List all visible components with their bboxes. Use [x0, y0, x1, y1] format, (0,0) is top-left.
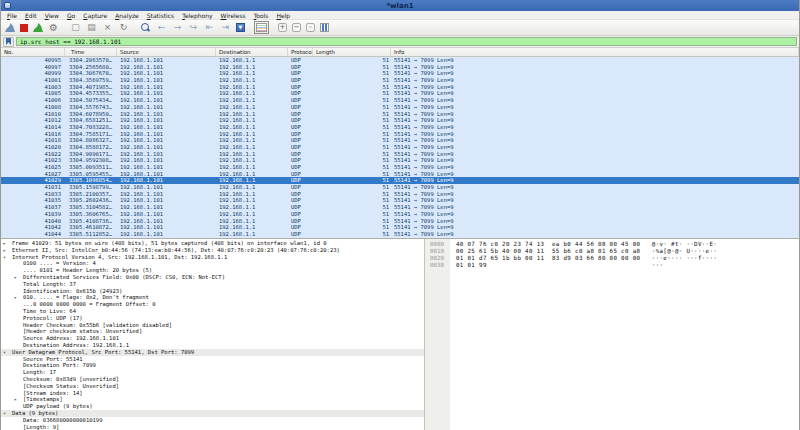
last-packet-icon[interactable]: ⇥ — [220, 22, 231, 33]
expander-closed-icon[interactable]: ▸ — [14, 396, 17, 403]
packet-row[interactable]: 410273305.0595455…192.168.1.101192.168.1… — [1, 171, 799, 178]
column-header-source[interactable]: Source — [117, 48, 216, 56]
menu-analyze[interactable]: Analyze — [111, 12, 143, 19]
expander-open-icon[interactable]: ▾ — [3, 349, 6, 356]
packet-row-selected[interactable]: 410293305.1096854…192.168.1.101192.168.1… — [1, 177, 799, 184]
column-header-no[interactable]: No. — [1, 48, 65, 56]
detail-line[interactable]: Header Checksum: 0x55b6 [validation disa… — [1, 322, 424, 329]
expander-closed-icon[interactable]: ▸ — [3, 240, 6, 247]
filter-bookmark-button[interactable] — [3, 37, 14, 47]
detail-line[interactable]: Total Length: 37 — [1, 281, 424, 288]
packet-row[interactable]: 410373305.3104582…192.168.1.101192.168.1… — [1, 204, 799, 211]
hex-line[interactable]: 01 01 d7 65 1b bb 00 11 83 d9 03 66 80 0… — [456, 255, 799, 262]
detail-line[interactable]: Checksum: 0x83d9 [unverified] — [1, 376, 424, 383]
expander-open-icon[interactable]: ▾ — [3, 254, 6, 261]
packet-row[interactable]: 410063304.5075434…192.168.1.101192.168.1… — [1, 97, 799, 104]
close-file-icon[interactable]: × — [102, 22, 113, 33]
packet-row[interactable]: 410353305.2602436…192.168.1.101192.168.1… — [1, 197, 799, 204]
menu-capture[interactable]: Capture — [79, 12, 111, 19]
packet-row[interactable]: 410083304.5576743…192.168.1.101192.168.1… — [1, 104, 799, 111]
packet-row[interactable]: 410033304.4071985…192.168.1.101192.168.1… — [1, 84, 799, 91]
detail-line[interactable]: [Length: 9] — [1, 424, 424, 430]
detail-line[interactable]: Time to Live: 64 — [1, 308, 424, 315]
restart-capture-icon[interactable] — [33, 23, 43, 32]
stop-capture-icon[interactable] — [20, 24, 28, 32]
packet-row[interactable]: 410443305.5112852…192.168.1.101192.168.1… — [1, 231, 799, 238]
reload-icon[interactable]: ↻ — [118, 22, 129, 33]
detail-line[interactable]: .... 0101 = Header Length: 20 bytes (5) — [1, 267, 424, 274]
packet-row[interactable]: 410123304.6581251…192.168.1.101192.168.1… — [1, 117, 799, 124]
packet-row[interactable]: 410053304.4573355…192.168.1.101192.168.1… — [1, 90, 799, 97]
expander-closed-icon[interactable]: ▸ — [14, 294, 17, 301]
zoom-out-icon[interactable]: − — [292, 23, 301, 32]
detail-line[interactable]: Length: 17 — [1, 369, 424, 376]
auto-scroll-icon[interactable]: ▼ — [236, 23, 245, 32]
packet-row[interactable]: 410253305.0093511…192.168.1.101192.168.1… — [1, 164, 799, 171]
column-header-destination[interactable]: Destination — [216, 48, 288, 56]
menu-tools[interactable]: Tools — [250, 12, 273, 19]
column-header-protocol[interactable]: Protocol — [288, 48, 313, 56]
hex-line[interactable]: 40 07 76 c0 20 23 74 13 ea b0 44 56 08 0… — [456, 241, 799, 248]
menu-go[interactable]: Go — [63, 12, 79, 19]
packet-row[interactable]: 410403305.4108736…192.168.1.101192.168.1… — [1, 218, 799, 225]
packet-row[interactable]: 410423305.4610872…192.168.1.101192.168.1… — [1, 224, 799, 231]
packet-row[interactable]: 410223304.9090171…192.168.1.101192.168.1… — [1, 151, 799, 158]
column-header-info[interactable]: Info — [391, 48, 799, 56]
hex-line[interactable]: 01 01 99 ··· — [456, 262, 799, 269]
expander-closed-icon[interactable]: ▸ — [3, 247, 6, 254]
packet-row[interactable]: 410233304.9592308…192.168.1.101192.168.1… — [1, 157, 799, 164]
packet-row[interactable]: 410103304.6078950…192.168.1.101192.168.1… — [1, 111, 799, 118]
menu-view[interactable]: View — [41, 12, 63, 19]
save-file-icon[interactable]: ▤ — [86, 22, 97, 33]
detail-line[interactable]: Source Port: 55141 — [1, 356, 424, 363]
expander-closed-icon[interactable]: ▸ — [14, 274, 17, 281]
capture-options-icon[interactable]: ⚙ — [48, 22, 59, 33]
detail-line[interactable]: [Header checksum status: Unverified] — [1, 328, 424, 335]
detail-line[interactable]: ...0 0000 0000 0000 = Fragment Offset: 0 — [1, 301, 424, 308]
detail-line[interactable]: ▾User Datagram Protocol, Src Port: 55141… — [1, 349, 424, 356]
expander-open-icon[interactable]: ▾ — [3, 410, 6, 417]
detail-line[interactable]: 0100 .... = Version: 4 — [1, 260, 424, 267]
menu-help[interactable]: Help — [272, 12, 294, 19]
zoom-original-icon[interactable]: ◦ — [306, 23, 315, 32]
open-file-icon[interactable]: ▢ — [70, 22, 81, 33]
menu-telephony[interactable]: Telephony — [178, 12, 216, 19]
menu-wireless[interactable]: Wireless — [217, 12, 250, 19]
packet-row[interactable]: 409973304.2565680…192.168.1.101192.168.1… — [1, 64, 799, 71]
find-packet-icon[interactable] — [140, 22, 151, 33]
packet-row[interactable]: 409953304.2063570…192.168.1.101192.168.1… — [1, 57, 799, 64]
detail-line[interactable]: Destination Address: 192.168.1.1 — [1, 342, 424, 349]
detail-line[interactable]: Protocol: UDP (17) — [1, 315, 424, 322]
detail-line[interactable]: ▾Internet Protocol Version 4, Src: 192.1… — [1, 254, 424, 261]
column-header-length[interactable]: Length — [313, 48, 391, 56]
detail-line[interactable]: [Stream index: 14] — [1, 390, 424, 397]
go-back-icon[interactable]: ← — [156, 22, 167, 33]
packet-row[interactable]: 410013304.3569759…192.168.1.101192.168.1… — [1, 77, 799, 84]
first-packet-icon[interactable]: ⇤ — [204, 22, 215, 33]
go-to-packet-icon[interactable]: ↪ — [188, 22, 199, 33]
detail-line[interactable]: ▸[Timestamps] — [1, 396, 424, 403]
detail-line[interactable]: ▸Frame 41029: 51 bytes on wire (408 bits… — [1, 240, 424, 247]
detail-line[interactable]: UDP payload (9 bytes) — [1, 403, 424, 410]
packet-row[interactable]: 410163304.7585171…192.168.1.101192.168.1… — [1, 131, 799, 138]
detail-line[interactable]: Destination Port: 7099 — [1, 362, 424, 369]
detail-line[interactable]: Data: 036680000000010199 — [1, 417, 424, 424]
menu-statistics[interactable]: Statistics — [143, 12, 178, 19]
packet-row[interactable]: 410393305.3606765…192.168.1.101192.168.1… — [1, 211, 799, 218]
colorize-packets-icon[interactable] — [256, 23, 267, 32]
detail-line[interactable]: [Checksum Status: Unverified] — [1, 383, 424, 390]
packet-row[interactable]: 410203304.8588172…192.168.1.101192.168.1… — [1, 144, 799, 151]
detail-line[interactable]: ▸Ethernet II, Src: IntelCor_b0:44:56 (74… — [1, 247, 424, 254]
go-forward-icon[interactable]: → — [172, 22, 183, 33]
resize-columns-icon[interactable] — [320, 23, 329, 32]
display-filter-input[interactable] — [16, 37, 797, 46]
menu-edit[interactable]: Edit — [21, 12, 41, 19]
app-icon[interactable] — [4, 2, 11, 9]
hex-line[interactable]: 00 25 61 5b 40 00 40 11 55 b6 c0 a8 01 6… — [456, 248, 799, 255]
packet-row[interactable]: 410333305.2100357…192.168.1.101192.168.1… — [1, 191, 799, 198]
detail-line[interactable]: ▸010. .... = Flags: 0x2, Don't fragment — [1, 294, 424, 301]
packet-row[interactable]: 410313305.1598799…192.168.1.101192.168.1… — [1, 184, 799, 191]
detail-line[interactable]: Source Address: 192.168.1.101 — [1, 335, 424, 342]
detail-line[interactable]: ▸Differentiated Services Field: 0x00 (DS… — [1, 274, 424, 281]
menu-file[interactable]: File — [3, 12, 21, 19]
